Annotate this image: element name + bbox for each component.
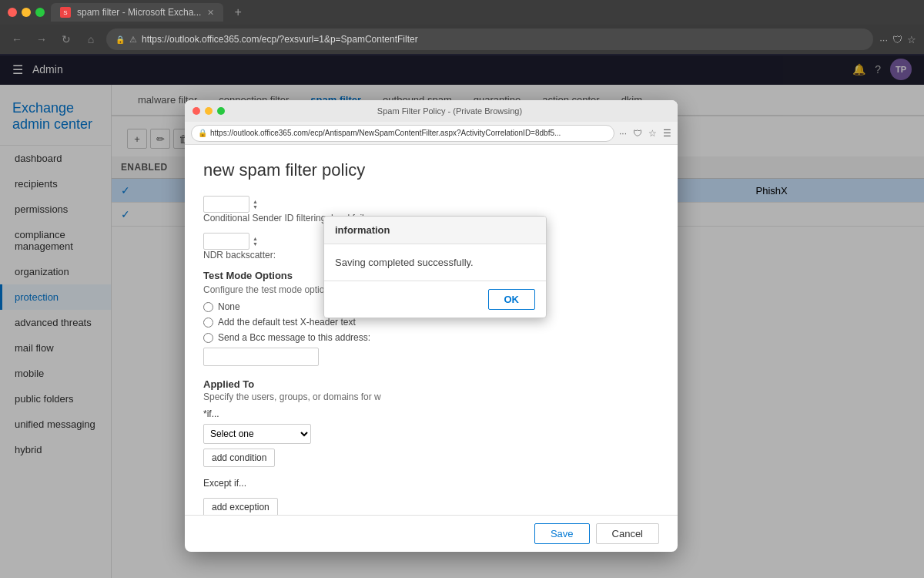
applied-to-desc: Specify the users, groups, or domains fo… <box>203 391 659 402</box>
spin-arrows: ▲ ▼ <box>253 199 258 210</box>
radio-xheader[interactable]: Add the default test X-header text <box>203 317 659 328</box>
modal-body: new spam filter policy ▲ ▼ Conditional S… <box>185 145 678 515</box>
url-text: https://outlook.office365.com/ecp/?exsvu… <box>142 34 418 45</box>
browser-toolbar-right: ··· 🛡 ☆ <box>879 34 916 45</box>
modal-shield-icon: 🛡 <box>633 128 642 139</box>
browser-titlebar: S spam filter - Microsoft Excha... ✕ + <box>0 0 924 25</box>
tab-favicon: S <box>60 7 71 18</box>
maximize-window-btn[interactable] <box>35 8 45 17</box>
modal-title: Spam Filter Policy - (Private Browsing) <box>229 106 670 116</box>
cancel-button[interactable]: Cancel <box>596 523 659 544</box>
home-btn[interactable]: ⌂ <box>82 30 100 49</box>
info-dialog-message: Saving completed successfully. <box>324 244 546 281</box>
shield-icon: 🛡 <box>892 34 902 45</box>
add-condition-btn[interactable]: add condition <box>203 449 275 467</box>
modal-address-bar[interactable]: 🔒 https://outlook.office365.com/ecp/Anti… <box>191 125 614 142</box>
browser-tab[interactable]: S spam filter - Microsoft Excha... ✕ <box>51 3 223 22</box>
modal-maximize-btn[interactable] <box>217 107 225 115</box>
radio-bcc[interactable]: Send a Bcc message to this address: <box>203 332 659 343</box>
info-dialog-title: information <box>324 217 546 244</box>
security-indicator: ⚠ <box>129 35 137 45</box>
more-options-icon[interactable]: ··· <box>879 34 888 45</box>
applied-to-select[interactable]: Select one <box>203 424 311 444</box>
applied-to-section: Applied To Specify the users, groups, or… <box>203 378 659 515</box>
modal-close-btn[interactable] <box>192 107 200 115</box>
info-dialog-footer: OK <box>324 281 546 318</box>
ndr-spin-up-icon[interactable]: ▲ <box>253 236 258 241</box>
tab-title: spam filter - Microsoft Excha... <box>77 7 201 18</box>
close-window-btn[interactable] <box>8 8 17 17</box>
radio-xheader-label: Add the default test X-header text <box>218 317 356 328</box>
info-dialog: information Saving completed successfull… <box>323 216 547 318</box>
modal-toolbar-icons: ··· 🛡 ☆ ☰ <box>619 128 671 139</box>
modal-titlebar: Spam Filter Policy - (Private Browsing) <box>185 100 678 122</box>
if-label: *if... <box>203 408 659 419</box>
tab-close-btn[interactable]: ✕ <box>207 8 214 18</box>
radio-none-label: None <box>218 301 240 312</box>
reload-btn[interactable]: ↻ <box>57 30 75 49</box>
radio-bcc-input[interactable] <box>203 333 213 343</box>
forward-btn[interactable]: → <box>32 30 51 49</box>
new-tab-btn[interactable]: + <box>229 4 246 21</box>
bookmark-icon[interactable]: ☆ <box>907 34 916 45</box>
radio-xheader-input[interactable] <box>203 318 213 328</box>
window-controls <box>8 8 45 17</box>
ndr-spin-arrows: ▲ ▼ <box>253 236 258 247</box>
radio-none-input[interactable] <box>203 302 213 312</box>
modal-browser-toolbar: 🔒 https://outlook.office365.com/ecp/Anti… <box>185 122 678 145</box>
ndr-input[interactable] <box>203 233 249 250</box>
modal-menu-icon[interactable]: ☰ <box>663 128 671 139</box>
conditional-sender-input[interactable] <box>203 196 249 213</box>
modal-footer: Save Cancel <box>185 515 678 552</box>
applied-to-title: Applied To <box>203 378 659 390</box>
ndr-spin-down-icon[interactable]: ▼ <box>253 241 258 247</box>
add-exception-btn[interactable]: add exception <box>203 498 278 515</box>
security-lock-icon: 🔒 <box>116 35 125 44</box>
spin-down-icon[interactable]: ▼ <box>253 204 258 210</box>
modal-bookmark-icon[interactable]: ☆ <box>648 128 657 139</box>
modal-minimize-btn[interactable] <box>205 107 213 115</box>
modal-more-icon[interactable]: ··· <box>619 128 627 139</box>
minimize-window-btn[interactable] <box>22 8 31 17</box>
browser-toolbar: ← → ↻ ⌂ 🔒 ⚠ https://outlook.office365.co… <box>0 25 924 54</box>
ok-button[interactable]: OK <box>488 289 536 310</box>
conditional-sender-spinbox: ▲ ▼ <box>203 196 659 213</box>
save-button[interactable]: Save <box>534 523 590 544</box>
back-btn[interactable]: ← <box>8 30 26 49</box>
except-label: Except if... <box>203 478 659 489</box>
modal-url-text: https://outlook.office365.com/ecp/Antisp… <box>210 129 561 137</box>
bcc-address-input[interactable] <box>203 348 319 366</box>
modal-lock-icon: 🔒 <box>198 129 207 137</box>
policy-modal-browser: Spam Filter Policy - (Private Browsing) … <box>185 100 678 552</box>
policy-title: new spam filter policy <box>203 160 659 180</box>
spin-up-icon[interactable]: ▲ <box>253 199 258 204</box>
radio-bcc-label: Send a Bcc message to this address: <box>218 332 370 343</box>
address-bar[interactable]: 🔒 ⚠ https://outlook.office365.com/ecp/?e… <box>106 29 873 50</box>
